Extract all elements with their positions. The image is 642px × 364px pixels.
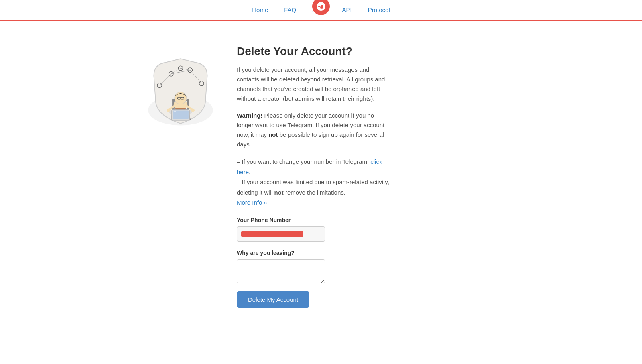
warning-text: Warning! Please only delete your account… bbox=[237, 111, 389, 149]
more-info-link[interactable]: More Info » bbox=[237, 199, 267, 206]
spam-not: not bbox=[274, 189, 283, 196]
warning-not: not bbox=[268, 131, 278, 138]
phone-input-field[interactable] bbox=[237, 226, 325, 242]
svg-point-29 bbox=[191, 109, 195, 112]
phone-input-wrapper: Your Phone Number bbox=[237, 217, 389, 242]
site-header: Home FAQ Apps API Protocol bbox=[0, 0, 642, 21]
page-heading: Delete Your Account? bbox=[237, 45, 389, 58]
illustration-container bbox=[140, 45, 221, 129]
leaving-label: Why are you leaving? bbox=[237, 250, 389, 256]
svg-rect-31 bbox=[173, 110, 189, 119]
content-wrapper: Delete Your Account? If you delete your … bbox=[140, 45, 502, 308]
warning-bold-prefix: Warning! bbox=[237, 112, 262, 119]
main-content: Delete Your Account? If you delete your … bbox=[0, 21, 642, 340]
description-text: If you delete your account, all your mes… bbox=[237, 65, 389, 104]
nav-protocol[interactable]: Protocol bbox=[368, 6, 390, 13]
nav-home[interactable]: Home bbox=[252, 6, 268, 13]
change-number-suffix: . bbox=[249, 169, 250, 175]
leaving-wrapper: Why are you leaving? bbox=[237, 250, 389, 283]
change-number-prefix: – If you want to change your number in T… bbox=[237, 158, 370, 165]
logo-icon[interactable] bbox=[312, 0, 330, 15]
account-illustration bbox=[142, 53, 219, 129]
logo-container bbox=[312, 0, 330, 15]
nav-api[interactable]: API bbox=[342, 6, 352, 13]
form-section: Delete Your Account? If you delete your … bbox=[237, 45, 389, 308]
spam-suffix: remove the limitations. bbox=[284, 189, 345, 196]
phone-label: Your Phone Number bbox=[237, 217, 389, 223]
nav-faq[interactable]: FAQ bbox=[284, 6, 296, 13]
info-text: – If you want to change your number in T… bbox=[237, 157, 389, 208]
delete-account-button[interactable]: Delete My Account bbox=[237, 291, 309, 308]
leaving-textarea[interactable] bbox=[237, 259, 325, 283]
phone-filled-bar bbox=[241, 231, 303, 237]
svg-point-28 bbox=[167, 109, 171, 112]
